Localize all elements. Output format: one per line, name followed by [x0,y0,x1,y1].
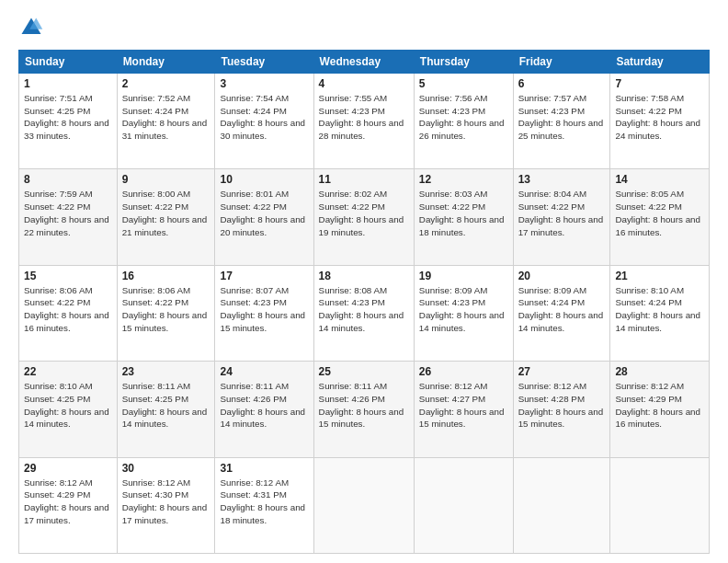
calendar-day-cell: 1 Sunrise: 7:51 AMSunset: 4:25 PMDayligh… [19,74,118,169]
calendar-day-cell: 22 Sunrise: 8:10 AMSunset: 4:25 PMDaylig… [19,362,118,457]
day-number: 9 [122,173,210,186]
calendar-week-row: 29 Sunrise: 8:12 AMSunset: 4:29 PMDaylig… [19,457,710,553]
calendar-day-header: Thursday [414,51,513,74]
calendar-day-cell: 12 Sunrise: 8:03 AMSunset: 4:22 PMDaylig… [414,169,513,265]
calendar-week-row: 22 Sunrise: 8:10 AMSunset: 4:25 PMDaylig… [19,362,710,457]
calendar-day-cell: 17 Sunrise: 8:07 AMSunset: 4:23 PMDaylig… [215,265,313,361]
day-info: Sunrise: 7:51 AMSunset: 4:25 PMDaylight:… [24,93,109,141]
calendar-day-cell: 10 Sunrise: 8:01 AMSunset: 4:22 PMDaylig… [215,169,313,265]
calendar-day-cell: 16 Sunrise: 8:06 AMSunset: 4:22 PMDaylig… [117,265,215,361]
day-info: Sunrise: 7:52 AMSunset: 4:24 PMDaylight:… [122,93,208,141]
calendar-day-cell: 31 Sunrise: 8:12 AMSunset: 4:31 PMDaylig… [215,457,313,553]
day-number: 5 [419,77,508,90]
day-info: Sunrise: 8:11 AMSunset: 4:26 PMDaylight:… [220,381,305,429]
day-number: 8 [24,173,112,186]
day-number: 3 [220,77,308,90]
day-info: Sunrise: 8:10 AMSunset: 4:25 PMDaylight:… [24,381,109,429]
calendar-day-cell: 2 Sunrise: 7:52 AMSunset: 4:24 PMDayligh… [117,74,215,169]
day-info: Sunrise: 8:12 AMSunset: 4:29 PMDaylight:… [24,477,109,525]
day-number: 6 [518,77,606,90]
day-number: 14 [615,173,704,186]
day-info: Sunrise: 8:11 AMSunset: 4:25 PMDaylight:… [122,381,208,429]
calendar-day-cell [513,457,610,553]
calendar-week-row: 1 Sunrise: 7:51 AMSunset: 4:25 PMDayligh… [19,74,710,169]
calendar-day-cell: 6 Sunrise: 7:57 AMSunset: 4:23 PMDayligh… [513,74,610,169]
day-number: 11 [319,173,409,186]
day-info: Sunrise: 7:58 AMSunset: 4:22 PMDaylight:… [615,93,700,141]
day-info: Sunrise: 8:03 AMSunset: 4:22 PMDaylight:… [419,189,505,236]
day-number: 10 [220,173,308,186]
day-number: 1 [24,77,112,90]
day-info: Sunrise: 7:54 AMSunset: 4:24 PMDaylight:… [220,93,305,141]
day-info: Sunrise: 8:06 AMSunset: 4:22 PMDaylight:… [24,285,109,333]
calendar-day-header: Friday [513,51,610,74]
day-info: Sunrise: 8:07 AMSunset: 4:23 PMDaylight:… [220,285,305,333]
day-info: Sunrise: 8:08 AMSunset: 4:23 PMDaylight:… [319,285,404,333]
calendar-day-cell: 8 Sunrise: 7:59 AMSunset: 4:22 PMDayligh… [19,169,118,265]
day-info: Sunrise: 8:11 AMSunset: 4:26 PMDaylight:… [319,381,404,429]
day-number: 13 [518,173,606,186]
day-info: Sunrise: 8:10 AMSunset: 4:24 PMDaylight:… [615,285,700,333]
calendar-day-cell: 7 Sunrise: 7:58 AMSunset: 4:22 PMDayligh… [610,74,710,169]
day-info: Sunrise: 8:09 AMSunset: 4:23 PMDaylight:… [419,285,505,333]
day-number: 30 [122,462,210,475]
calendar-day-cell [313,457,414,553]
day-number: 31 [220,462,308,475]
calendar-day-cell: 25 Sunrise: 8:11 AMSunset: 4:26 PMDaylig… [313,362,414,457]
calendar-day-cell: 30 Sunrise: 8:12 AMSunset: 4:30 PMDaylig… [117,457,215,553]
calendar-day-cell: 27 Sunrise: 8:12 AMSunset: 4:28 PMDaylig… [513,362,610,457]
day-number: 24 [220,365,308,378]
calendar-day-cell: 26 Sunrise: 8:12 AMSunset: 4:27 PMDaylig… [414,362,513,457]
calendar-week-row: 15 Sunrise: 8:06 AMSunset: 4:22 PMDaylig… [19,265,710,361]
day-number: 27 [518,365,606,378]
day-number: 2 [122,77,210,90]
calendar-day-header: Monday [117,51,215,74]
calendar-day-header: Sunday [19,51,118,74]
calendar-day-cell: 11 Sunrise: 8:02 AMSunset: 4:22 PMDaylig… [313,169,414,265]
calendar-day-cell: 9 Sunrise: 8:00 AMSunset: 4:22 PMDayligh… [117,169,215,265]
day-number: 17 [220,270,308,282]
day-number: 29 [24,462,112,475]
calendar-day-cell: 23 Sunrise: 8:11 AMSunset: 4:25 PMDaylig… [117,362,215,457]
calendar-day-cell: 28 Sunrise: 8:12 AMSunset: 4:29 PMDaylig… [610,362,710,457]
calendar-day-header: Saturday [610,51,710,74]
day-number: 16 [122,270,210,282]
header [18,15,710,40]
page: SundayMondayTuesdayWednesdayThursdayFrid… [0,0,728,563]
calendar-day-cell [414,457,513,553]
day-info: Sunrise: 7:57 AMSunset: 4:23 PMDaylight:… [518,93,604,141]
day-info: Sunrise: 7:55 AMSunset: 4:23 PMDaylight:… [319,93,404,141]
day-info: Sunrise: 7:59 AMSunset: 4:22 PMDaylight:… [24,189,109,236]
day-info: Sunrise: 8:04 AMSunset: 4:22 PMDaylight:… [518,189,604,236]
day-info: Sunrise: 8:01 AMSunset: 4:22 PMDaylight:… [220,189,305,236]
calendar-day-cell: 4 Sunrise: 7:55 AMSunset: 4:23 PMDayligh… [313,74,414,169]
calendar-day-header: Tuesday [215,51,313,74]
day-number: 25 [319,365,409,378]
calendar-day-cell: 3 Sunrise: 7:54 AMSunset: 4:24 PMDayligh… [215,74,313,169]
day-number: 15 [24,270,112,282]
day-number: 26 [419,365,508,378]
day-info: Sunrise: 8:09 AMSunset: 4:24 PMDaylight:… [518,285,604,333]
day-number: 7 [615,77,704,90]
calendar-day-cell: 14 Sunrise: 8:05 AMSunset: 4:22 PMDaylig… [610,169,710,265]
day-number: 28 [615,365,704,378]
day-info: Sunrise: 8:12 AMSunset: 4:28 PMDaylight:… [518,381,604,429]
day-info: Sunrise: 7:56 AMSunset: 4:23 PMDaylight:… [419,93,505,141]
calendar-day-cell: 5 Sunrise: 7:56 AMSunset: 4:23 PMDayligh… [414,74,513,169]
logo-icon [18,15,44,40]
day-info: Sunrise: 8:12 AMSunset: 4:27 PMDaylight:… [419,381,505,429]
day-info: Sunrise: 8:12 AMSunset: 4:30 PMDaylight:… [122,477,208,525]
calendar-day-header: Wednesday [313,51,414,74]
calendar-day-cell: 15 Sunrise: 8:06 AMSunset: 4:22 PMDaylig… [19,265,118,361]
day-number: 12 [419,173,508,186]
day-info: Sunrise: 8:12 AMSunset: 4:31 PMDaylight:… [220,477,305,525]
day-info: Sunrise: 8:06 AMSunset: 4:22 PMDaylight:… [122,285,208,333]
calendar-day-cell: 21 Sunrise: 8:10 AMSunset: 4:24 PMDaylig… [610,265,710,361]
day-info: Sunrise: 8:02 AMSunset: 4:22 PMDaylight:… [319,189,404,236]
day-info: Sunrise: 8:05 AMSunset: 4:22 PMDaylight:… [615,189,700,236]
calendar-day-cell: 13 Sunrise: 8:04 AMSunset: 4:22 PMDaylig… [513,169,610,265]
day-number: 23 [122,365,210,378]
calendar-day-cell: 20 Sunrise: 8:09 AMSunset: 4:24 PMDaylig… [513,265,610,361]
day-number: 21 [615,270,704,282]
calendar-day-cell: 24 Sunrise: 8:11 AMSunset: 4:26 PMDaylig… [215,362,313,457]
